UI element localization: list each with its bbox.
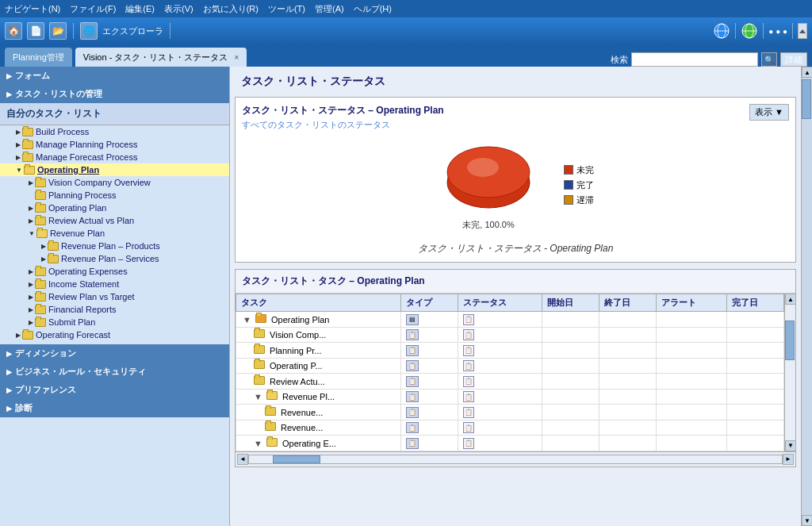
scroll-right-btn[interactable]: ►	[783, 454, 794, 465]
table-row[interactable]: Vision Comp... 📋 📋	[236, 327, 784, 343]
expand-btn[interactable]: ▼	[243, 315, 251, 324]
menu-favorites[interactable]: お気に入り(R)	[203, 3, 259, 15]
type-icon[interactable]: 📋	[406, 360, 419, 371]
table-row[interactable]: Planning Pr... 📋 📋	[236, 343, 784, 359]
tree-item-submit-plan[interactable]: ▶ Submit Plan	[0, 316, 229, 328]
type-icon[interactable]: ▤	[406, 314, 419, 325]
h-scroll-thumb[interactable]	[273, 455, 320, 463]
expand-icon[interactable]: ▶	[29, 217, 33, 225]
tree-item-operating-plan[interactable]: ▼ Operating Plan	[0, 163, 229, 176]
scroll-up-btn[interactable]: ▲	[785, 294, 796, 305]
forms-section[interactable]: ▶ フォーム	[0, 67, 229, 85]
tree-item-build-process[interactable]: ▶ Build Process	[0, 125, 229, 138]
type-icon[interactable]: 📋	[406, 407, 419, 418]
right-edge-scrollbar[interactable]: ▲ ▼	[801, 67, 812, 526]
type-icon[interactable]: 📋	[406, 391, 419, 402]
menu-help[interactable]: ヘルプ(H)	[354, 3, 392, 15]
expand-icon[interactable]: ▶	[29, 319, 33, 326]
tab-close-btn[interactable]: ×	[234, 53, 239, 62]
tree-item-revenue-services[interactable]: ▶ Revenue Plan – Services	[0, 252, 229, 265]
expand-icon[interactable]: ▶	[16, 332, 21, 339]
menu-edit[interactable]: 編集(E)	[125, 3, 155, 15]
expand-icon[interactable]: ▼	[29, 230, 35, 237]
scroll-down-btn[interactable]: ▼	[785, 440, 796, 451]
tree-item-operating-plan-sub[interactable]: ▶ Operating Plan	[0, 202, 229, 214]
tasklist-mgmt-section[interactable]: ▶ タスク・リストの管理	[0, 85, 229, 103]
expand-icon[interactable]: ▶	[16, 129, 21, 136]
search-button[interactable]: 🔍	[761, 52, 777, 67]
toolbar-up-btn[interactable]	[798, 23, 807, 39]
type-icon[interactable]: 📋	[406, 345, 419, 356]
toolbar-explorer-icon[interactable]: 🌐	[80, 22, 98, 40]
tree-item-operating-expenses[interactable]: ▶ Operating Expenses	[0, 265, 229, 278]
tree-item-financial-reports[interactable]: ▶ Financial Reports	[0, 303, 229, 316]
task-status: 📋	[458, 374, 542, 390]
toolbar-folder-icon[interactable]: 📂	[49, 22, 67, 40]
toolbar-explorer-label[interactable]: エクスプローラ	[102, 25, 163, 37]
tree-item-revenue-plan[interactable]: ▼ Revenue Plan	[0, 227, 229, 240]
table-row[interactable]: ▼ Operating E... 📋 📋	[236, 436, 784, 451]
menu-view[interactable]: 表示(V)	[164, 3, 193, 15]
expand-icon[interactable]: ▼	[16, 167, 22, 174]
type-icon[interactable]: 📋	[406, 438, 419, 449]
expand-btn[interactable]: ▼	[254, 392, 262, 401]
type-icon[interactable]: 📋	[406, 376, 419, 387]
expand-btn[interactable]: ▼	[254, 439, 262, 448]
table-row[interactable]: Review Actu... 📋 📋	[236, 374, 784, 390]
expand-icon[interactable]: ▶	[16, 154, 21, 161]
scroll-thumb[interactable]	[785, 321, 795, 360]
table-row[interactable]: ▼ Revenue Pl... 📋 📋	[236, 389, 784, 405]
right-scroll-up[interactable]: ▲	[802, 67, 812, 78]
expand-icon[interactable]: ▶	[29, 205, 33, 212]
detail-button[interactable]: 詳細	[780, 52, 807, 67]
menu-navigate[interactable]: ナビゲート(N)	[5, 3, 60, 15]
tree-item-operating-forecast[interactable]: ▶ Operating Forecast	[0, 328, 229, 341]
tree-item-manage-forecast[interactable]: ▶ Manage Forecast Process	[0, 151, 229, 163]
left-panel-scroll[interactable]: ▶ フォーム ▶ タスク・リストの管理 自分のタスク・リスト ▶ Build P…	[0, 67, 229, 526]
tree-item-vision-overview[interactable]: ▶ Vision Company Overview	[0, 176, 229, 189]
toolbar-new-icon[interactable]: 📄	[27, 22, 44, 40]
tab-planning[interactable]: Planning管理	[5, 48, 72, 67]
vertical-scrollbar[interactable]: ▲ ▼	[784, 294, 795, 451]
toolbar-globe1[interactable]	[713, 22, 730, 40]
tree-item-revenue-products[interactable]: ▶ Revenue Plan – Products	[0, 240, 229, 252]
scroll-left-btn[interactable]: ◄	[237, 454, 248, 465]
table-row[interactable]: Revenue... 📋 📋	[236, 405, 784, 420]
table-row[interactable]: ▼ Operating Plan ▤ 📋	[236, 312, 784, 328]
table-row[interactable]: Operating P... 📋 📋	[236, 358, 784, 374]
expand-icon[interactable]: ▶	[29, 281, 33, 288]
type-icon[interactable]: 📋	[406, 329, 419, 340]
toolbar-globe2[interactable]	[741, 22, 758, 40]
menu-tools[interactable]: ツール(T)	[268, 3, 305, 15]
task-list-header: タスク・リスト・タスク – Operating Plan	[236, 270, 795, 294]
search-input[interactable]	[631, 52, 758, 67]
preferences-section[interactable]: ▶ プリファレンス	[0, 381, 229, 399]
menu-admin[interactable]: 管理(A)	[315, 3, 344, 15]
diagnosis-section[interactable]: ▶ 診断	[0, 399, 229, 417]
right-scroll-down[interactable]: ▼	[802, 515, 812, 526]
toolbar-home-icon[interactable]: 🏠	[5, 22, 22, 40]
tree-item-planning-process[interactable]: ▶ Planning Process	[0, 189, 229, 202]
tree-item-manage-planning[interactable]: ▶ Manage Planning Process	[0, 138, 229, 151]
expand-icon[interactable]: ▶	[29, 294, 33, 301]
expand-icon[interactable]: ▶	[29, 306, 33, 313]
expand-icon[interactable]: ▶	[29, 179, 33, 186]
right-scroll-thumb[interactable]	[802, 79, 811, 119]
table-row[interactable]: Revenue... 📋 📋	[236, 420, 784, 436]
folder-icon	[35, 179, 46, 187]
task-indent: Planning Pr...	[254, 346, 322, 355]
task-type: 📋	[400, 436, 458, 451]
dimension-section[interactable]: ▶ ディメンション	[0, 344, 229, 363]
tree-item-income-statement[interactable]: ▶ Income Statement	[0, 278, 229, 290]
display-button[interactable]: 表示 ▼	[749, 104, 789, 121]
type-icon[interactable]: 📋	[406, 422, 419, 433]
expand-icon[interactable]: ▶	[16, 141, 21, 148]
business-rules-section[interactable]: ▶ ビジネス・ルール・セキュリティ	[0, 363, 229, 381]
menu-file[interactable]: ファイル(F)	[70, 3, 116, 15]
expand-icon[interactable]: ▶	[41, 255, 46, 263]
tab-vision[interactable]: Vision - タスク・リスト・ステータス ×	[75, 48, 247, 67]
tree-item-review-actual[interactable]: ▶ Review Actual vs Plan	[0, 214, 229, 227]
expand-icon[interactable]: ▶	[41, 243, 46, 250]
tree-item-review-plan-target[interactable]: ▶ Review Plan vs Target	[0, 290, 229, 303]
expand-icon[interactable]: ▶	[29, 268, 33, 275]
